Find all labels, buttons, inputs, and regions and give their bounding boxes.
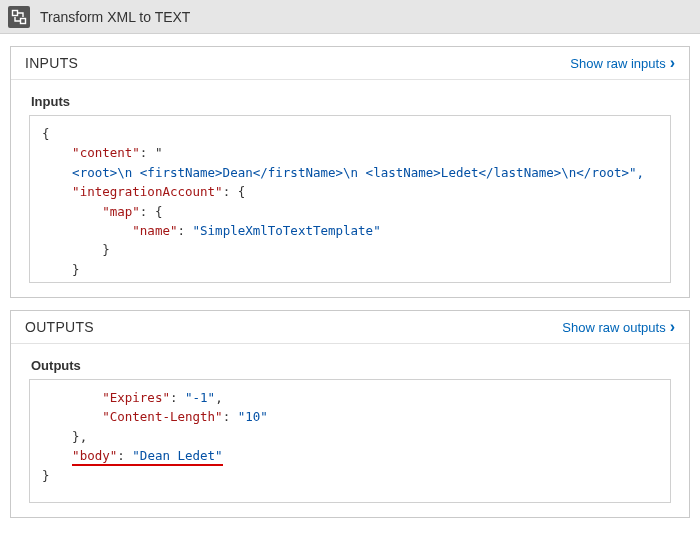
inputs-panel: INPUTS Show raw inputs › Inputs { "conte… xyxy=(10,46,690,298)
show-raw-outputs-link[interactable]: Show raw outputs › xyxy=(562,319,675,335)
inputs-code-box[interactable]: { "content": " <root>\n <firstName>Dean<… xyxy=(29,115,671,283)
transform-icon xyxy=(8,6,30,28)
outputs-panel: OUTPUTS Show raw outputs › Outputs "Expi… xyxy=(10,310,690,518)
outputs-code: "Expires": "-1", "Content-Length": "10" … xyxy=(30,380,670,493)
inputs-subhead: Inputs xyxy=(11,80,689,115)
hscroll-spacer xyxy=(30,493,671,494)
show-raw-inputs-label: Show raw inputs xyxy=(570,56,665,71)
inputs-code: { "content": " <root>\n <firstName>Dean<… xyxy=(30,116,670,283)
outputs-code-box[interactable]: "Expires": "-1", "Content-Length": "10" … xyxy=(29,379,671,503)
svg-rect-0 xyxy=(13,10,18,15)
svg-rect-1 xyxy=(21,18,26,23)
inputs-header: INPUTS Show raw inputs › xyxy=(11,47,689,80)
show-raw-inputs-link[interactable]: Show raw inputs › xyxy=(570,55,675,71)
outputs-header: OUTPUTS Show raw outputs › xyxy=(11,311,689,344)
window-title: Transform XML to TEXT xyxy=(40,9,190,25)
outputs-subhead: Outputs xyxy=(11,344,689,379)
outputs-header-label: OUTPUTS xyxy=(25,319,94,335)
chevron-right-icon: › xyxy=(670,319,675,335)
chevron-right-icon: › xyxy=(670,55,675,71)
show-raw-outputs-label: Show raw outputs xyxy=(562,320,665,335)
inputs-header-label: INPUTS xyxy=(25,55,78,71)
title-bar: Transform XML to TEXT xyxy=(0,0,700,34)
